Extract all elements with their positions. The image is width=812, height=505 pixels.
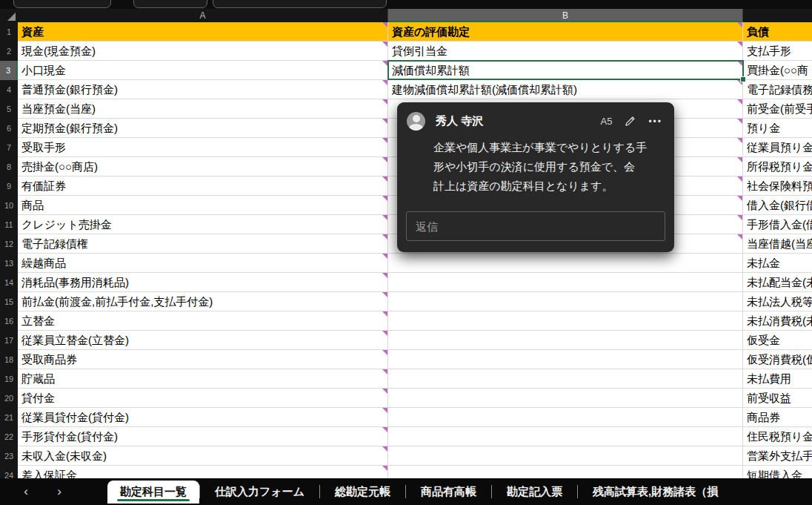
column-header-c[interactable] xyxy=(743,9,812,22)
row-header-22[interactable]: 22 xyxy=(0,427,18,446)
cell-A23[interactable]: 未収入金(未収金) xyxy=(18,446,388,466)
cell-A7[interactable]: 受取手形 xyxy=(18,138,388,157)
row-header-13[interactable]: 13 xyxy=(0,254,18,273)
cell-B3[interactable]: 減価償却累計額 xyxy=(388,61,743,80)
cell-B19[interactable] xyxy=(388,369,743,389)
row-header-15[interactable]: 15 xyxy=(0,292,18,311)
cell-C3[interactable]: 買掛金(○○商 xyxy=(743,61,812,80)
cell-A16[interactable]: 立替金 xyxy=(18,311,388,331)
row-header-9[interactable]: 9 xyxy=(0,176,18,196)
cell-C15[interactable]: 未払法人税等 xyxy=(743,292,812,311)
cell-A8[interactable]: 売掛金(○○商店) xyxy=(18,157,388,176)
row-header-2[interactable]: 2 xyxy=(0,42,18,61)
cell-B21[interactable] xyxy=(388,408,743,427)
cell-B1[interactable]: 資産の評価勘定 xyxy=(388,22,743,42)
cell-A4[interactable]: 普通預金(銀行預金) xyxy=(18,80,388,99)
cell-A3[interactable]: 小口現金 xyxy=(18,61,388,80)
cell-C12[interactable]: 当座借越(当座 xyxy=(743,234,812,254)
cell-A24[interactable]: 差入保証金 xyxy=(18,466,388,478)
cell-A10[interactable]: 商品 xyxy=(18,196,388,215)
row-header-18[interactable]: 18 xyxy=(0,350,18,369)
cell-B24[interactable] xyxy=(388,466,743,478)
cell-A20[interactable]: 貸付金 xyxy=(18,389,388,408)
cell-C18[interactable]: 仮受消費税(仮 xyxy=(743,350,812,369)
cell-A9[interactable]: 有価証券 xyxy=(18,176,388,196)
row-header-14[interactable]: 14 xyxy=(0,273,18,292)
row-header-6[interactable]: 6 xyxy=(0,119,18,138)
cell-C9[interactable]: 社会保険料預 xyxy=(743,176,812,196)
cell-C11[interactable]: 手形借入金(借 xyxy=(743,215,812,234)
row-header-5[interactable]: 5 xyxy=(0,99,18,119)
tab-kanjo-kinyuhyo[interactable]: 勘定記入票 xyxy=(492,485,577,499)
cell-A12[interactable]: 電子記録債権 xyxy=(18,234,388,254)
row-header-12[interactable]: 12 xyxy=(0,234,18,254)
cell-B16[interactable] xyxy=(388,311,743,331)
cell-C22[interactable]: 住民税預り金 xyxy=(743,427,812,446)
cell-C6[interactable]: 預り金 xyxy=(743,119,812,138)
cell-C16[interactable]: 未払消費税(未 xyxy=(743,311,812,331)
cell-A2[interactable]: 現金(現金預金) xyxy=(18,42,388,61)
tab-shohin-aridakacho[interactable]: 商品有高帳 xyxy=(406,485,491,499)
cell-A6[interactable]: 定期預金(銀行預金) xyxy=(18,119,388,138)
cell-A5[interactable]: 当座預金(当座) xyxy=(18,99,388,119)
reply-input[interactable] xyxy=(406,211,665,241)
cell-C2[interactable]: 支払手形 xyxy=(743,42,812,61)
cell-B18[interactable] xyxy=(388,350,743,369)
next-sheet-arrow[interactable]: › xyxy=(52,483,67,501)
cell-C24[interactable]: 短期借入金 xyxy=(743,466,812,478)
cell-C5[interactable]: 前受金(前受手 xyxy=(743,99,812,119)
cell-C21[interactable]: 商品券 xyxy=(743,408,812,427)
row-header-24[interactable]: 24 xyxy=(0,466,18,478)
cell-C1[interactable]: 負債 xyxy=(743,22,812,42)
cell-A17[interactable]: 従業員立替金(立替金) xyxy=(18,331,388,350)
cell-C17[interactable]: 仮受金 xyxy=(743,331,812,350)
column-header-a[interactable]: A xyxy=(18,9,388,22)
row-header-3[interactable]: 3 xyxy=(0,61,18,80)
row-header-17[interactable]: 17 xyxy=(0,331,18,350)
cell-C13[interactable]: 未払金 xyxy=(743,254,812,273)
row-header-7[interactable]: 7 xyxy=(0,138,18,157)
cell-A19[interactable]: 貯蔵品 xyxy=(18,369,388,389)
cell-C14[interactable]: 未払配当金(未 xyxy=(743,273,812,292)
tab-sokanjo-motocho[interactable]: 総勘定元帳 xyxy=(320,485,405,499)
cell-B2[interactable]: 貸倒引当金 xyxy=(388,42,743,61)
cell-C19[interactable]: 未払費用 xyxy=(743,369,812,389)
cell-B20[interactable] xyxy=(388,389,743,408)
tab-kanjo-kamoku-ichiran[interactable]: 勘定科目一覧 xyxy=(107,481,199,504)
cell-C4[interactable]: 電子記録債務 xyxy=(743,80,812,99)
row-header-4[interactable]: 4 xyxy=(0,80,18,99)
cell-C23[interactable]: 営業外支払手 xyxy=(743,446,812,466)
cell-A14[interactable]: 消耗品(事務用消耗品) xyxy=(18,273,388,292)
row-header-10[interactable]: 10 xyxy=(0,196,18,215)
row-header-8[interactable]: 8 xyxy=(0,157,18,176)
column-header-b-selected[interactable]: B xyxy=(388,9,743,22)
cell-A11[interactable]: クレジット売掛金 xyxy=(18,215,388,234)
row-header-21[interactable]: 21 xyxy=(0,408,18,427)
row-header-16[interactable]: 16 xyxy=(0,311,18,331)
cell-C8[interactable]: 所得税預り金 xyxy=(743,157,812,176)
cell-B22[interactable] xyxy=(388,427,743,446)
tab-zandaka-shisanhyo-zaimushohyo[interactable]: 残高試算表,財務諸表（損 xyxy=(578,485,733,499)
cell-B23[interactable] xyxy=(388,446,743,466)
cell-B15[interactable] xyxy=(388,292,743,311)
cell-B13[interactable] xyxy=(388,254,743,273)
row-header-23[interactable]: 23 xyxy=(0,446,18,466)
row-header-11[interactable]: 11 xyxy=(0,215,18,234)
prev-sheet-arrow[interactable]: ‹ xyxy=(19,483,33,501)
fill-handle[interactable] xyxy=(740,76,746,82)
row-header-19[interactable]: 19 xyxy=(0,369,18,389)
cell-A22[interactable]: 手形貸付金(貸付金) xyxy=(18,427,388,446)
more-options-button[interactable]: ••• xyxy=(648,116,662,128)
cell-C20[interactable]: 前受収益 xyxy=(743,389,812,408)
cell-A18[interactable]: 受取商品券 xyxy=(18,350,388,369)
cell-B17[interactable] xyxy=(388,331,743,350)
cell-B4[interactable]: 建物減価償却累計額(減価償却累計額) xyxy=(388,80,743,99)
cell-A15[interactable]: 前払金(前渡金,前払手付金,支払手付金) xyxy=(18,292,388,311)
cell-B14[interactable] xyxy=(388,273,743,292)
cell-A13[interactable]: 繰越商品 xyxy=(18,254,388,273)
select-all-corner[interactable] xyxy=(0,9,18,22)
tab-shiwake-nyuryoku-form[interactable]: 仕訳入力フォーム xyxy=(200,485,319,499)
cell-A21[interactable]: 従業員貸付金(貸付金) xyxy=(18,408,388,427)
row-header-20[interactable]: 20 xyxy=(0,389,18,408)
cell-C10[interactable]: 借入金(銀行借 xyxy=(743,196,812,215)
